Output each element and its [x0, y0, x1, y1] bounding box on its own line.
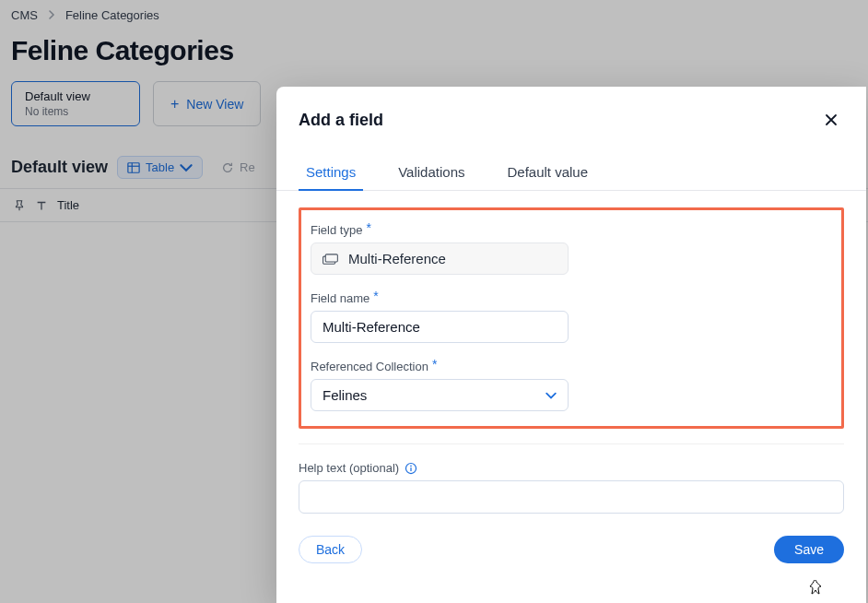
save-button[interactable]: Save: [774, 536, 844, 563]
tab-default-value[interactable]: Default value: [499, 155, 595, 191]
field-name-input[interactable]: [311, 311, 569, 343]
field-type-select[interactable]: Multi-Reference: [311, 242, 569, 275]
referenced-collection-select[interactable]: Felines: [311, 379, 569, 411]
tab-validations[interactable]: Validations: [391, 155, 472, 191]
field-type-value: Multi-Reference: [348, 251, 446, 266]
modal-title: Add a field: [299, 111, 383, 130]
field-type-label: Field type*: [311, 223, 832, 237]
close-icon: [824, 112, 839, 127]
modal-tabs: Settings Validations Default value: [276, 155, 866, 191]
field-name-label: Field name*: [311, 291, 832, 305]
referenced-collection-value: Felines: [323, 387, 367, 403]
divider: [299, 443, 844, 444]
info-icon: [405, 462, 417, 475]
add-field-modal: Add a field Settings Validations Default…: [276, 87, 866, 603]
back-button[interactable]: Back: [299, 536, 362, 563]
help-text-label: Help text (optional): [299, 461, 844, 475]
svg-point-6: [410, 465, 412, 467]
close-button[interactable]: [818, 107, 844, 133]
help-text-input[interactable]: [299, 480, 844, 514]
svg-rect-7: [411, 467, 412, 471]
svg-rect-4: [325, 254, 337, 261]
highlight-region: Field type* Multi-Reference Field name* …: [299, 207, 844, 429]
referenced-collection-label: Referenced Collection*: [311, 360, 832, 373]
tab-settings[interactable]: Settings: [299, 155, 363, 191]
multi-reference-icon: [323, 254, 339, 265]
chevron-down-icon: [545, 390, 557, 401]
